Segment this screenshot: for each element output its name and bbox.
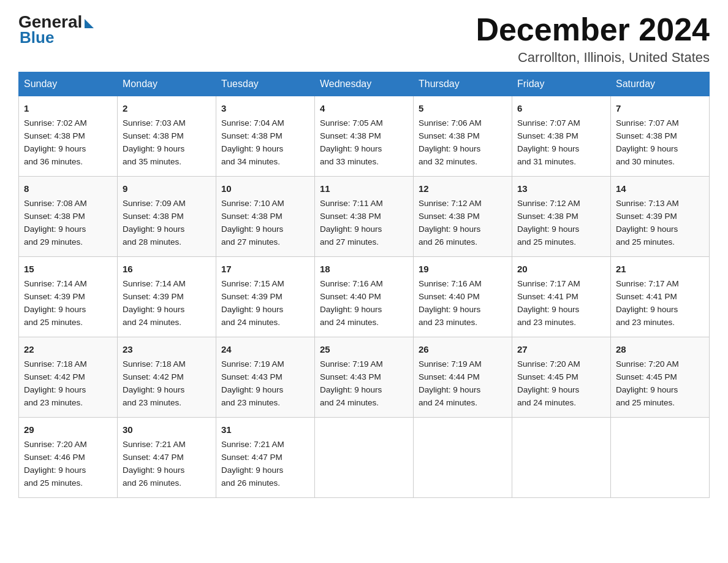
calendar-day-cell: 1Sunrise: 7:02 AMSunset: 4:38 PMDaylight… <box>19 96 118 177</box>
calendar-day-cell: 5Sunrise: 7:06 AMSunset: 4:38 PMDaylight… <box>414 96 512 177</box>
calendar-day-cell: 10Sunrise: 7:10 AMSunset: 4:38 PMDayligh… <box>216 177 315 257</box>
calendar-day-cell: 16Sunrise: 7:14 AMSunset: 4:39 PMDayligh… <box>118 257 216 337</box>
day-number: 5 <box>419 101 507 115</box>
day-number: 10 <box>221 182 309 196</box>
day-number: 17 <box>221 262 309 276</box>
calendar-day-cell: 11Sunrise: 7:11 AMSunset: 4:38 PMDayligh… <box>315 177 414 257</box>
day-number: 8 <box>24 182 112 196</box>
day-number: 31 <box>221 423 309 437</box>
day-number: 9 <box>123 182 211 196</box>
calendar-day-cell: 26Sunrise: 7:19 AMSunset: 4:44 PMDayligh… <box>414 337 512 418</box>
calendar-week-row: 1Sunrise: 7:02 AMSunset: 4:38 PMDaylight… <box>19 96 710 177</box>
month-title: December 2024 <box>476 12 710 47</box>
weekday-header-friday: Friday <box>512 72 611 96</box>
day-number: 3 <box>221 101 309 115</box>
calendar-day-cell: 13Sunrise: 7:12 AMSunset: 4:38 PMDayligh… <box>512 177 611 257</box>
calendar-week-row: 22Sunrise: 7:18 AMSunset: 4:42 PMDayligh… <box>19 337 710 418</box>
day-number: 19 <box>419 262 507 276</box>
calendar-day-cell: 29Sunrise: 7:20 AMSunset: 4:46 PMDayligh… <box>19 417 118 497</box>
weekday-header-row: SundayMondayTuesdayWednesdayThursdayFrid… <box>19 72 710 96</box>
day-number: 15 <box>24 262 112 276</box>
calendar-day-cell <box>315 417 414 497</box>
calendar-day-cell <box>611 417 710 497</box>
calendar-day-cell: 21Sunrise: 7:17 AMSunset: 4:41 PMDayligh… <box>611 257 710 337</box>
location-title: Carrollton, Illinois, United States <box>476 50 710 66</box>
title-section: December 2024 Carrollton, Illinois, Unit… <box>476 12 710 66</box>
day-number: 22 <box>24 342 112 356</box>
logo-blue-text: Blue <box>20 28 54 47</box>
day-number: 25 <box>320 342 408 356</box>
calendar-day-cell: 28Sunrise: 7:20 AMSunset: 4:45 PMDayligh… <box>611 337 710 418</box>
day-number: 27 <box>517 342 605 356</box>
day-number: 20 <box>517 262 605 276</box>
calendar-week-row: 8Sunrise: 7:08 AMSunset: 4:38 PMDaylight… <box>19 177 710 257</box>
day-number: 23 <box>123 342 211 356</box>
calendar-day-cell: 25Sunrise: 7:19 AMSunset: 4:43 PMDayligh… <box>315 337 414 418</box>
calendar-day-cell <box>414 417 512 497</box>
weekday-header-saturday: Saturday <box>611 72 710 96</box>
day-number: 29 <box>24 423 112 437</box>
calendar-day-cell: 9Sunrise: 7:09 AMSunset: 4:38 PMDaylight… <box>118 177 216 257</box>
logo-blue-line: Blue <box>20 28 54 47</box>
day-number: 28 <box>616 342 704 356</box>
calendar-day-cell: 15Sunrise: 7:14 AMSunset: 4:39 PMDayligh… <box>19 257 118 337</box>
weekday-header-thursday: Thursday <box>414 72 512 96</box>
calendar-day-cell: 24Sunrise: 7:19 AMSunset: 4:43 PMDayligh… <box>216 337 315 418</box>
calendar-day-cell: 22Sunrise: 7:18 AMSunset: 4:42 PMDayligh… <box>19 337 118 418</box>
weekday-header-tuesday: Tuesday <box>216 72 315 96</box>
day-number: 11 <box>320 182 408 196</box>
day-number: 7 <box>616 101 704 115</box>
calendar-header: SundayMondayTuesdayWednesdayThursdayFrid… <box>19 72 710 96</box>
day-number: 2 <box>123 101 211 115</box>
calendar-table: SundayMondayTuesdayWednesdayThursdayFrid… <box>18 72 710 498</box>
calendar-day-cell: 12Sunrise: 7:12 AMSunset: 4:38 PMDayligh… <box>414 177 512 257</box>
day-number: 4 <box>320 101 408 115</box>
calendar-day-cell: 7Sunrise: 7:07 AMSunset: 4:38 PMDaylight… <box>611 96 710 177</box>
calendar-day-cell: 27Sunrise: 7:20 AMSunset: 4:45 PMDayligh… <box>512 337 611 418</box>
calendar-day-cell: 20Sunrise: 7:17 AMSunset: 4:41 PMDayligh… <box>512 257 611 337</box>
day-number: 21 <box>616 262 704 276</box>
logo-triangle-icon <box>85 19 94 28</box>
calendar-body: 1Sunrise: 7:02 AMSunset: 4:38 PMDaylight… <box>19 96 710 498</box>
day-number: 12 <box>419 182 507 196</box>
day-number: 24 <box>221 342 309 356</box>
calendar-day-cell: 23Sunrise: 7:18 AMSunset: 4:42 PMDayligh… <box>118 337 216 418</box>
calendar-day-cell: 17Sunrise: 7:15 AMSunset: 4:39 PMDayligh… <box>216 257 315 337</box>
calendar-day-cell <box>512 417 611 497</box>
weekday-header-sunday: Sunday <box>19 72 118 96</box>
calendar-week-row: 29Sunrise: 7:20 AMSunset: 4:46 PMDayligh… <box>19 417 710 497</box>
day-number: 1 <box>24 101 112 115</box>
calendar-day-cell: 18Sunrise: 7:16 AMSunset: 4:40 PMDayligh… <box>315 257 414 337</box>
calendar-day-cell: 8Sunrise: 7:08 AMSunset: 4:38 PMDaylight… <box>19 177 118 257</box>
day-number: 30 <box>123 423 211 437</box>
page-header: General Blue December 2024 Carrollton, I… <box>18 12 710 66</box>
day-number: 16 <box>123 262 211 276</box>
calendar-day-cell: 2Sunrise: 7:03 AMSunset: 4:38 PMDaylight… <box>118 96 216 177</box>
calendar-day-cell: 19Sunrise: 7:16 AMSunset: 4:40 PMDayligh… <box>414 257 512 337</box>
day-number: 6 <box>517 101 605 115</box>
calendar-day-cell: 30Sunrise: 7:21 AMSunset: 4:47 PMDayligh… <box>118 417 216 497</box>
day-number: 18 <box>320 262 408 276</box>
calendar-day-cell: 14Sunrise: 7:13 AMSunset: 4:39 PMDayligh… <box>611 177 710 257</box>
day-number: 26 <box>419 342 507 356</box>
calendar-day-cell: 31Sunrise: 7:21 AMSunset: 4:47 PMDayligh… <box>216 417 315 497</box>
calendar-day-cell: 6Sunrise: 7:07 AMSunset: 4:38 PMDaylight… <box>512 96 611 177</box>
calendar-day-cell: 3Sunrise: 7:04 AMSunset: 4:38 PMDaylight… <box>216 96 315 177</box>
day-number: 13 <box>517 182 605 196</box>
calendar-day-cell: 4Sunrise: 7:05 AMSunset: 4:38 PMDaylight… <box>315 96 414 177</box>
weekday-header-monday: Monday <box>118 72 216 96</box>
day-number: 14 <box>616 182 704 196</box>
logo: General Blue <box>18 12 94 47</box>
weekday-header-wednesday: Wednesday <box>315 72 414 96</box>
calendar-week-row: 15Sunrise: 7:14 AMSunset: 4:39 PMDayligh… <box>19 257 710 337</box>
